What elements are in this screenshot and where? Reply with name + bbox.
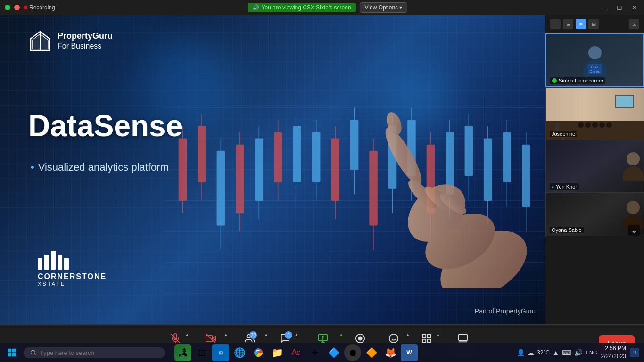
volume-icon[interactable]: 🔊	[574, 349, 582, 356]
josephine-label: Josephine	[550, 131, 577, 137]
cs-bar-5	[64, 258, 69, 270]
viewing-banner: 🔊 You are viewing CSX Slide's screen	[248, 3, 356, 12]
svg-point-51	[380, 123, 427, 189]
taskbar-app-acrobat[interactable]: Ac	[288, 344, 305, 361]
svg-rect-79	[8, 353, 12, 357]
taskbar-app-files[interactable]: 📁	[269, 344, 286, 361]
svg-rect-17	[274, 132, 281, 182]
share-chevron[interactable]: ▲	[339, 332, 343, 337]
svg-rect-77	[8, 349, 12, 353]
svg-point-67	[359, 337, 362, 340]
taskbar-app-obs[interactable]: ⏺	[344, 344, 361, 361]
title-bar-left: Recording	[5, 4, 55, 11]
slide-area: PropertyGuru For Business	[0, 15, 545, 324]
windows-start-button[interactable]	[5, 346, 19, 360]
traffic-light-red[interactable]	[14, 5, 20, 10]
taskbar-apps: 🏞 ⊡ ⊞ 🌐 📁 Ac ✈ 🔷 ⏺ 🔶 🦊 W	[174, 344, 418, 361]
cornerstone-name: CORNERSTONE	[38, 272, 107, 281]
speaking-icon-yen: ♦	[552, 184, 554, 189]
weather-icon[interactable]: ☁	[528, 349, 534, 356]
yenkhor-head	[627, 152, 640, 165]
svg-text:⊞: ⊞	[219, 350, 223, 355]
simon-name: Simon Homecorner	[559, 78, 603, 83]
audience-1	[578, 122, 584, 128]
taskbar: 🏞 ⊡ ⊞ 🌐 📁 Ac ✈ 🔷 ⏺ 🔶 🦊 W 👤 ☁	[0, 343, 644, 362]
taskbar-app-taskview[interactable]: ⊡	[193, 344, 210, 361]
close-button[interactable]: ✕	[630, 4, 639, 11]
taskbar-app-photos[interactable]: 🏞	[174, 344, 191, 361]
recording-dot	[24, 6, 27, 9]
taskbar-app-word[interactable]: W	[401, 344, 418, 361]
participant-tile-oyana: Oyana Sabio ⌄	[545, 193, 644, 236]
people-icon[interactable]: 👤	[517, 349, 525, 356]
panel-view-grid[interactable]: ⊞	[588, 19, 599, 29]
clock-time: 2:56 PM	[601, 345, 626, 353]
reactions-chevron[interactable]: ▲	[405, 332, 410, 337]
cs-bar-2	[44, 255, 49, 270]
simon-label: Simon Homecorner	[550, 77, 605, 84]
panel-controls: — ⊟ ≡ ⊞ ⊡	[545, 15, 644, 33]
oyana-label: Oyana Sabio	[550, 227, 584, 233]
propertyguru-logo-icon	[28, 29, 52, 53]
system-icons: 👤 ☁ 32°C ▲ ⌨ 🔊	[517, 349, 582, 356]
recording-badge: Recording	[24, 4, 55, 11]
taskbar-app-edge[interactable]: 🌐	[231, 344, 248, 361]
taskbar-app-office[interactable]: ⊞	[212, 344, 229, 361]
taskbar-app-unknown[interactable]: 🔷	[325, 344, 342, 361]
title-bar-center: 🔊 You are viewing CSX Slide's screen Vie…	[248, 2, 407, 13]
svg-rect-74	[428, 339, 430, 342]
oyana-silhouette	[623, 201, 644, 228]
audience-5	[606, 122, 612, 128]
slide-logo: PropertyGuru For Business	[28, 29, 113, 53]
svg-rect-15	[236, 145, 244, 213]
apps-chevron[interactable]: ▲	[436, 332, 440, 337]
participants-chevron[interactable]: ▲	[264, 332, 268, 337]
video-chevron[interactable]: ▲	[224, 332, 228, 337]
main-area: PropertyGuru For Business	[0, 15, 644, 362]
minimize-button[interactable]: —	[600, 4, 609, 11]
taskbar-app-firefox[interactable]: 🦊	[382, 344, 399, 361]
taskbar-start	[0, 346, 170, 360]
chat-chevron[interactable]: ▲	[294, 332, 298, 337]
svg-rect-78	[12, 349, 16, 353]
svg-rect-11	[179, 139, 186, 200]
svg-point-81	[31, 350, 35, 354]
panel-view-single[interactable]: —	[550, 19, 561, 29]
search-bar[interactable]	[24, 347, 165, 358]
cs-bar-3	[51, 251, 56, 270]
content-area: PropertyGuru For Business	[0, 15, 644, 324]
oyana-name: Oyana Sabio	[552, 227, 582, 233]
unmute-chevron[interactable]: ▲	[185, 332, 190, 337]
svg-rect-29	[293, 126, 301, 182]
title-bar-right: — ⊡ ✕	[600, 4, 639, 11]
notification-badge[interactable]: 9	[630, 348, 639, 357]
panel-view-double[interactable]: ⊟	[563, 19, 573, 29]
josephine-name: Josephine	[552, 131, 575, 137]
scroll-down-button[interactable]: ⌄	[628, 225, 640, 236]
svg-line-82	[34, 354, 35, 355]
taskbar-app-telegram[interactable]: ✈	[306, 344, 323, 361]
participant-tile-josephine: Josephine	[545, 87, 644, 140]
taskbar-right: 👤 ☁ 32°C ▲ ⌨ 🔊 ENG 2:56 PM 2/24/2023 9	[517, 345, 644, 361]
oyana-head	[627, 201, 640, 214]
view-options-button[interactable]: View Options ▾	[360, 2, 407, 13]
svg-rect-25	[217, 151, 224, 225]
panel-expand-button[interactable]: ⊡	[629, 19, 639, 29]
search-input[interactable]	[40, 349, 158, 356]
expand-tray-icon[interactable]: ▲	[553, 349, 559, 356]
slide-brand-text: PropertyGuru For Business	[58, 31, 113, 51]
audience-row	[546, 122, 644, 128]
yenkhor-label: ♦ Yen Khor	[550, 183, 579, 190]
language-badge[interactable]: ENG	[586, 350, 597, 355]
keyboard-icon[interactable]: ⌨	[562, 349, 571, 356]
traffic-light-green[interactable]	[5, 5, 10, 10]
participant-tile-simon: CSXCares Simon Homecorner	[545, 33, 644, 87]
panel-view-list[interactable]: ≡	[576, 19, 586, 29]
maximize-button[interactable]: ⊡	[615, 4, 624, 11]
slide-title: DataSense	[28, 109, 182, 142]
chat-badge: 3	[285, 331, 292, 339]
participants-count: 22	[249, 331, 257, 339]
taskbar-app-chrome[interactable]	[250, 344, 267, 361]
pg-footer: Part of PropertyGuru	[475, 307, 536, 315]
taskbar-app-vlc[interactable]: 🔶	[363, 344, 380, 361]
